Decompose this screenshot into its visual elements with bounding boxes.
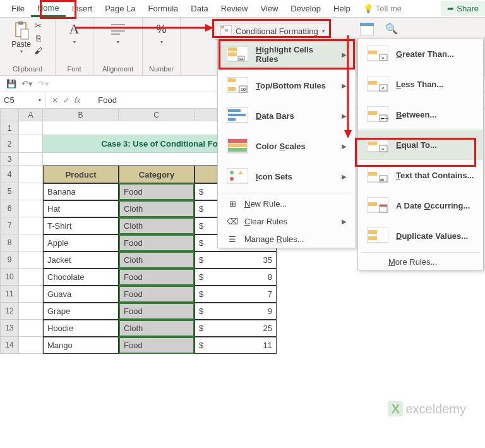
cell-category[interactable]: Food xyxy=(119,234,195,251)
cell-product[interactable]: Chocolate xyxy=(43,269,119,286)
col-header-c[interactable]: C xyxy=(119,109,195,121)
tab-file[interactable]: File xyxy=(5,1,31,16)
svg-rect-59 xyxy=(368,230,377,234)
namebox-dropdown[interactable]: ▾ xyxy=(39,97,41,103)
cf-highlight-cells-rules[interactable]: ≤≥ Highlight Cells Rules ▶ xyxy=(218,39,356,70)
cell-category[interactable]: Food xyxy=(119,183,195,200)
enter-icon[interactable]: ✓ xyxy=(63,96,69,105)
hl-date-occurring[interactable]: A Date Occurring... xyxy=(358,190,483,221)
col-header-a[interactable]: A xyxy=(19,109,43,121)
cell-product[interactable]: Jacket xyxy=(43,251,119,269)
cell-product[interactable]: Banana xyxy=(43,183,119,200)
row-header[interactable]: 13 xyxy=(0,320,19,337)
cell-product[interactable]: Apple xyxy=(43,234,119,251)
paste-label[interactable]: Paste xyxy=(11,40,31,49)
cell-product[interactable]: T-Shirt xyxy=(43,217,119,234)
name-box[interactable]: C5 ▾ xyxy=(0,94,45,106)
cf-icon-sets[interactable]: Icon Sets ▶ xyxy=(218,161,356,191)
row-header[interactable]: 12 xyxy=(0,303,19,320)
cell-category[interactable]: Cloth xyxy=(119,217,195,234)
row-header[interactable]: 3 xyxy=(0,153,19,166)
cell-price[interactable]: $11 xyxy=(195,337,277,354)
find-icon[interactable]: 🔍 xyxy=(385,23,398,37)
cancel-icon[interactable]: ✕ xyxy=(52,96,58,105)
chevron-right-icon: ▶ xyxy=(342,143,347,150)
hl-equal-to[interactable]: = Equal To... xyxy=(358,130,483,160)
tab-home[interactable]: Home xyxy=(31,1,66,17)
cell-product[interactable]: Grape xyxy=(43,303,119,320)
cell-category[interactable]: Food xyxy=(119,337,195,354)
cell-price[interactable]: $8 xyxy=(195,269,277,286)
row-header[interactable]: 6 xyxy=(0,200,19,217)
tab-developer[interactable]: Develop xyxy=(284,1,327,16)
cell-category[interactable]: Food xyxy=(119,303,195,320)
tab-view[interactable]: View xyxy=(254,1,284,16)
hl-more-rules[interactable]: More Rules... xyxy=(358,254,483,270)
cell-category[interactable]: Food xyxy=(119,269,195,286)
format-table-icon[interactable] xyxy=(360,23,374,37)
row-header[interactable]: 4 xyxy=(0,166,19,183)
row-header[interactable]: 9 xyxy=(0,251,19,269)
row-header[interactable]: 1 xyxy=(0,121,19,135)
row-header[interactable]: 8 xyxy=(0,234,19,251)
col-header-b[interactable]: B xyxy=(43,109,119,121)
number-icon[interactable]: % xyxy=(153,20,171,38)
cf-top-bottom-rules[interactable]: 10 Top/Bottom Rules ▶ xyxy=(218,70,356,100)
row-header[interactable]: 14 xyxy=(0,337,19,354)
fx-icon[interactable]: fx xyxy=(75,96,80,105)
hl-less-than[interactable]: < Less Than... xyxy=(358,69,483,99)
cell-price[interactable]: $35 xyxy=(195,251,277,269)
save-icon[interactable]: 💾 xyxy=(6,79,16,88)
cell-price[interactable]: $7 xyxy=(195,286,277,303)
paste-dropdown[interactable]: ▾ xyxy=(20,49,23,54)
conditional-formatting-button[interactable]: Conditional Formatting ▾ xyxy=(215,23,330,40)
row-header[interactable]: 5 xyxy=(0,183,19,200)
hl-between[interactable]: ⊢⊣ Between... xyxy=(358,99,483,130)
formula-input[interactable]: Food xyxy=(85,95,117,105)
copy-icon[interactable]: ⎘ xyxy=(33,33,44,43)
tab-help[interactable]: Help xyxy=(327,1,357,16)
cell-category[interactable]: Cloth xyxy=(119,251,195,269)
cell-product[interactable]: Hoodie xyxy=(43,320,119,337)
header-category[interactable]: Category xyxy=(119,166,195,183)
tab-pagelayout[interactable]: Page La xyxy=(99,1,141,16)
hl-greater-than[interactable]: > Greater Than... xyxy=(358,39,483,69)
undo-icon[interactable]: ↶▾ xyxy=(21,79,33,88)
cut-icon[interactable]: ✂ xyxy=(33,20,44,30)
cf-clear-rules[interactable]: ⌫ Clear Rules ▶ xyxy=(218,212,356,230)
cf-color-scales[interactable]: Color Scales ▶ xyxy=(218,131,356,161)
cell-product[interactable]: Hat xyxy=(43,200,119,217)
header-product[interactable]: Product xyxy=(43,166,119,183)
cf-data-bars[interactable]: Data Bars ▶ xyxy=(218,100,356,131)
hl-duplicate-values[interactable]: Duplicate Values... xyxy=(358,221,483,251)
tab-data[interactable]: Data xyxy=(184,1,214,16)
select-all-corner[interactable] xyxy=(0,109,19,121)
row-header[interactable]: 10 xyxy=(0,269,19,286)
group-alignment: ▾ Alignment xyxy=(93,18,143,75)
cell-product[interactable]: Guava xyxy=(43,286,119,303)
alignment-icon[interactable] xyxy=(109,20,127,38)
tab-insert[interactable]: Insert xyxy=(66,1,99,16)
cell-product[interactable]: Mango xyxy=(43,337,119,354)
paste-icon[interactable] xyxy=(13,22,30,40)
cf-manage-rules[interactable]: ☰ Manage Rules... xyxy=(218,230,356,248)
row-header[interactable]: 11 xyxy=(0,286,19,303)
tab-review[interactable]: Review xyxy=(215,1,254,16)
svg-rect-2 xyxy=(21,29,28,39)
tellme[interactable]: 💡 Tell me xyxy=(357,1,408,16)
redo-icon[interactable]: ↷▾ xyxy=(38,79,49,88)
cell-price[interactable]: $25 xyxy=(195,320,277,337)
cell-category[interactable]: Cloth xyxy=(119,320,195,337)
cf-new-rule[interactable]: ⊞ New Rule... xyxy=(218,195,356,212)
row-header[interactable]: 2 xyxy=(0,135,19,153)
svg-rect-1 xyxy=(18,21,23,25)
row-header[interactable]: 7 xyxy=(0,217,19,234)
hl-text-contains[interactable]: ab Text that Contains... xyxy=(358,160,483,190)
cell-category[interactable]: Cloth xyxy=(119,200,195,217)
cell-category[interactable]: Food xyxy=(119,286,195,303)
tab-formulas[interactable]: Formula xyxy=(142,1,185,16)
cell-price[interactable]: $9 xyxy=(195,303,277,320)
share-button[interactable]: ➦ Share xyxy=(441,1,485,16)
formatpainter-icon[interactable]: 🖌 xyxy=(33,45,44,56)
font-icon[interactable]: A xyxy=(66,20,83,38)
